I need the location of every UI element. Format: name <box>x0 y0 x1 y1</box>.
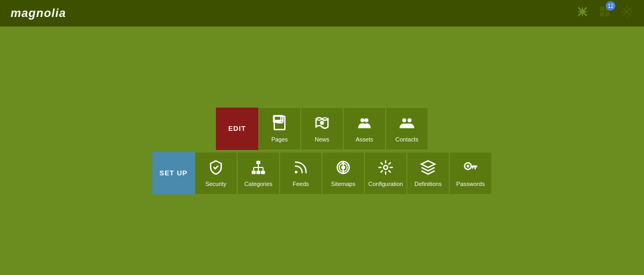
pages-label: Pages <box>271 136 288 143</box>
main-content: EDIT Pages News <box>0 26 644 275</box>
pages-icon <box>272 115 288 133</box>
setup-section: SET UP Security <box>152 152 492 194</box>
svg-point-38 <box>384 165 388 170</box>
sitemaps-label: Sitemaps <box>331 181 355 187</box>
svg-point-34 <box>295 171 298 173</box>
sitemaps-icon <box>335 159 351 178</box>
svg-rect-28 <box>261 171 265 174</box>
news-label: News <box>315 136 329 143</box>
svg-point-21 <box>361 118 365 122</box>
configuration-icon <box>378 159 394 178</box>
security-icon <box>208 159 224 178</box>
svg-rect-27 <box>256 171 260 174</box>
assets-label: Assets <box>355 136 373 143</box>
definitions-icon <box>420 159 436 178</box>
header: magnolia 12 <box>0 0 644 26</box>
categories-icon <box>250 159 266 178</box>
svg-point-10 <box>631 11 633 13</box>
svg-point-12 <box>630 7 631 8</box>
header-icons: 12 <box>576 5 633 21</box>
svg-point-20 <box>320 121 324 125</box>
svg-point-7 <box>626 6 628 8</box>
svg-point-14 <box>630 14 631 15</box>
news-tile[interactable]: News <box>301 108 343 150</box>
feeds-label: Feeds <box>293 181 309 187</box>
contacts-icon <box>399 115 415 133</box>
pages-tile[interactable]: Pages <box>258 108 301 150</box>
logo: magnolia <box>11 6 66 20</box>
svg-point-13 <box>623 14 624 15</box>
news-icon <box>314 115 330 133</box>
svg-point-22 <box>364 118 369 122</box>
svg-rect-43 <box>472 167 474 169</box>
feeds-icon <box>293 159 309 178</box>
svg-point-9 <box>622 11 623 13</box>
feeds-tile[interactable]: Feeds <box>280 152 322 194</box>
edit-section: EDIT Pages News <box>216 108 428 150</box>
passwords-icon <box>463 159 478 178</box>
definitions-tile[interactable]: Definitions <box>407 152 449 194</box>
svg-rect-42 <box>475 167 476 170</box>
svg-rect-2 <box>600 7 604 11</box>
svg-point-40 <box>467 165 469 167</box>
svg-rect-26 <box>252 171 256 174</box>
svg-point-8 <box>626 16 628 17</box>
svg-rect-5 <box>605 12 610 16</box>
setup-label: SET UP <box>152 152 195 194</box>
svg-point-11 <box>623 7 624 8</box>
edit-label: EDIT <box>216 108 258 150</box>
setup-tiles: Security Cate <box>195 152 492 194</box>
contacts-label: Contacts <box>395 136 418 143</box>
assets-tile[interactable]: Assets <box>343 108 386 150</box>
assets-icon <box>356 115 372 133</box>
security-tile[interactable]: Security <box>195 152 237 194</box>
passwords-label: Passwords <box>456 181 485 187</box>
configuration-label: Configuration <box>368 181 403 187</box>
categories-label: Categories <box>244 181 272 187</box>
passwords-tile[interactable]: Passwords <box>449 152 492 194</box>
tasks-badge: 12 <box>606 1 615 11</box>
edit-tiles: Pages News <box>258 108 428 150</box>
cross-icon[interactable] <box>576 5 589 21</box>
sitemaps-tile[interactable]: Sitemaps <box>322 152 364 194</box>
svg-point-6 <box>626 11 628 13</box>
categories-tile[interactable]: Categories <box>237 152 280 194</box>
configuration-tile[interactable]: Configuration <box>364 152 407 194</box>
svg-point-23 <box>402 118 406 122</box>
svg-rect-25 <box>256 161 260 164</box>
pulse-icon[interactable] <box>621 5 633 21</box>
svg-point-24 <box>407 118 412 122</box>
svg-rect-4 <box>600 12 604 16</box>
tasks-icon[interactable]: 12 <box>598 5 611 21</box>
svg-rect-41 <box>471 165 477 167</box>
definitions-label: Definitions <box>414 181 441 187</box>
security-label: Security <box>205 181 227 187</box>
contacts-tile[interactable]: Contacts <box>386 108 428 150</box>
